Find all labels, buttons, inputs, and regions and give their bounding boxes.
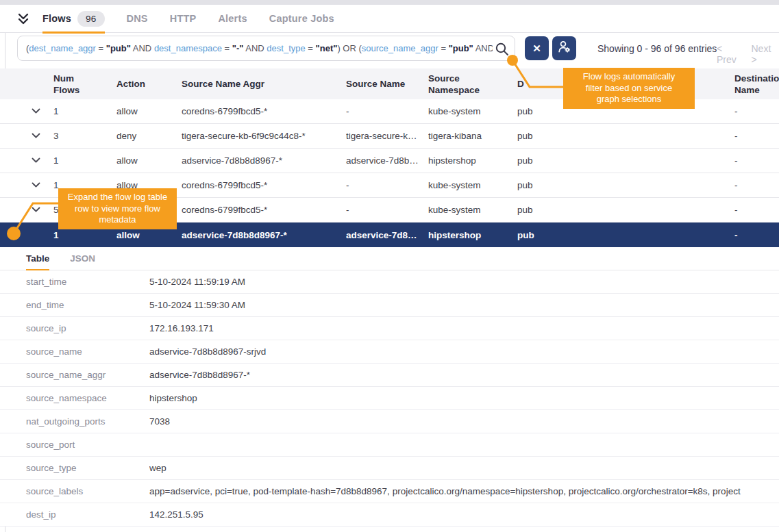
detail-row: dest_ip142.251.5.95: [0, 503, 779, 527]
tab-detail-table[interactable]: Table: [26, 247, 49, 270]
user-settings-button[interactable]: [552, 36, 576, 60]
callout-expand-note: Expand the flow log table row to view mo…: [58, 188, 177, 229]
user-gear-icon: [557, 40, 571, 57]
tab-dns[interactable]: DNS: [127, 5, 148, 33]
detail-value: 172.16.193.171: [149, 323, 779, 333]
detail-key: source_ip: [26, 323, 149, 333]
detail-value: adservice-7d8b8d8967-srjvd: [149, 346, 779, 357]
detail-row: source_name_aggradservice-7d8b8d8967-*: [0, 364, 779, 387]
log-type-tabbar: Flows 96 DNS HTTP Alerts Capture Jobs: [0, 5, 779, 33]
tab-detail-json[interactable]: JSON: [70, 247, 95, 270]
next-page-button[interactable]: Next >: [752, 43, 779, 65]
detail-row: source_typewep: [0, 457, 779, 480]
detail-value: 7038: [149, 416, 779, 427]
detail-row: source_labelsapp=adservice, pci=true, po…: [0, 480, 779, 503]
detail-value: wep: [149, 463, 779, 473]
table-row[interactable]: 1 allow adservice-7d8b8d8967-* adservice…: [0, 149, 779, 173]
tab-flows-label: Flows: [42, 13, 71, 24]
flow-logs-panel: Flows 96 DNS HTTP Alerts Capture Jobs (d…: [0, 0, 779, 532]
row-expand-chevron-icon[interactable]: [32, 155, 40, 166]
flows-count-badge: 96: [77, 11, 104, 27]
detail-row: source_ip172.16.193.171: [0, 317, 779, 340]
chevron-left-icon: <: [717, 43, 722, 54]
flow-detail-tabbar: Table JSON: [0, 247, 779, 270]
detail-key: source_labels: [26, 486, 149, 496]
flow-query-input[interactable]: (dest_name_aggr = "pub" AND dest_namespa…: [17, 36, 515, 61]
detail-row: start_time5-10-2024 11:59:19 AM: [0, 270, 779, 294]
tab-http[interactable]: HTTP: [170, 5, 197, 33]
detail-row: source_nameadservice-7d8b8d8967-srjvd: [0, 340, 779, 364]
table-row[interactable]: 3 deny tigera-secure-kb-6f9c9c44c8-* tig…: [0, 124, 779, 149]
tab-capture-jobs[interactable]: Capture Jobs: [269, 5, 334, 33]
top-page-strip: [0, 0, 779, 5]
tab-flows[interactable]: Flows 96: [42, 5, 105, 33]
detail-value: 5-10-2024 11:59:30 AM: [149, 300, 779, 310]
detail-key: nat_outgoing_ports: [26, 416, 149, 427]
detail-key: source_name_aggr: [26, 370, 149, 380]
clear-filter-button[interactable]: ✕: [525, 36, 549, 60]
detail-value: hipstershop: [149, 393, 779, 403]
pagination: < Prev Next >: [717, 43, 779, 65]
row-expand-chevron-icon[interactable]: [32, 131, 40, 141]
header-destination-name: DestinationName: [734, 73, 779, 96]
close-icon: ✕: [532, 42, 541, 55]
detail-value: adservice-7d8b8d8967-*: [149, 370, 779, 380]
row-expand-chevron-icon[interactable]: [32, 205, 40, 215]
detail-key: source_port: [26, 440, 149, 450]
detail-key: source_type: [26, 463, 149, 473]
search-icon[interactable]: [495, 42, 510, 60]
detail-value: 5-10-2024 11:59:19 AM: [149, 277, 779, 287]
tab-alerts[interactable]: Alerts: [218, 5, 247, 33]
showing-entries-status: Showing 0 - 96 of 96 entries: [597, 43, 717, 54]
header-source-name: Source Name: [346, 78, 428, 90]
detail-key: source_namespace: [26, 393, 149, 403]
detail-row: end_time5-10-2024 11:59:30 AM: [0, 294, 779, 317]
flow-query-text: (dest_name_aggr = "pub" AND dest_namespa…: [26, 43, 493, 53]
chevron-right-icon: >: [752, 54, 757, 65]
detail-key: dest_ip: [26, 509, 149, 520]
detail-row: source_port: [0, 433, 779, 457]
flow-detail-table: start_time5-10-2024 11:59:19 AM end_time…: [0, 270, 779, 527]
detail-key: source_name: [26, 346, 149, 357]
header-num-flows: NumFlows: [53, 73, 116, 96]
collapse-panel-double-chevron-icon[interactable]: [16, 13, 30, 25]
header-action: Action: [116, 78, 182, 90]
detail-value: 142.251.5.95: [149, 509, 779, 520]
detail-row: nat_outgoing_ports7038: [0, 410, 779, 433]
prev-page-button[interactable]: < Prev: [717, 43, 745, 65]
detail-key: end_time: [26, 300, 149, 310]
row-expand-chevron-icon[interactable]: [32, 106, 40, 116]
detail-row: source_namespacehipstershop: [0, 387, 779, 410]
header-source-name-aggr: Source Name Aggr: [182, 78, 346, 90]
detail-value: app=adservice, pci=true, pod-template-ha…: [149, 486, 779, 496]
header-source-namespace: SourceNamespace: [428, 73, 517, 96]
detail-key: start_time: [26, 277, 149, 287]
row-expand-chevron-icon[interactable]: [32, 180, 40, 190]
callout-filter-note: Flow logs automatically filter based on …: [563, 68, 695, 109]
